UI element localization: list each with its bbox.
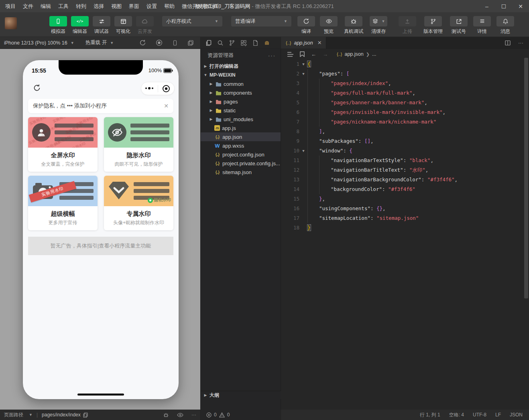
maximize-button[interactable]: ☐ [495, 0, 512, 13]
code-line[interactable]: 9 "subPackages": [], [281, 136, 523, 146]
minimize-button[interactable]: – [478, 0, 495, 13]
view-toggle-可视化[interactable]: 可视化 [114, 16, 132, 35]
extensions-icon[interactable] [240, 40, 247, 46]
close-icon[interactable]: ✕ [164, 103, 169, 109]
nav-back-icon[interactable]: ← [311, 51, 316, 57]
record-icon[interactable] [156, 39, 163, 46]
menu-item[interactable]: 设置 [143, 0, 161, 13]
exit-target-icon[interactable] [158, 85, 175, 93]
tree-file-app.js[interactable]: JSapp.js [201, 124, 281, 132]
device-icon[interactable] [172, 39, 178, 46]
view-toggle-调试器[interactable]: 调试器 [92, 16, 111, 35]
menu-item[interactable]: 编辑 [37, 0, 55, 13]
code-line[interactable]: 17 "sitemapLocation": "sitemap.json" [281, 213, 523, 223]
action-清缓存[interactable]: ▼ 清缓存 [369, 16, 388, 35]
action-消息[interactable]: 消息 [496, 16, 515, 35]
npm-build-icon[interactable] [264, 40, 270, 46]
view-toggle-云开发[interactable]: 云开发 [136, 16, 154, 35]
list-icon[interactable] [287, 52, 293, 57]
feature-card[interactable]: 实验用水印实验用水印实验用水印实验用水印实验用水印实验用水印实验用水印实验用水印… [28, 117, 98, 172]
eol[interactable]: LF [495, 412, 501, 418]
language-mode[interactable]: JSON [510, 412, 523, 418]
feature-card[interactable]: 隐形水印 肉眼不可见，隐形保护 [104, 117, 173, 172]
feature-card[interactable]: 实验用水印 超级横幅 更多用于宣传 [28, 176, 98, 230]
debug-icon[interactable] [163, 412, 169, 418]
tree-file-app.wxss[interactable]: Wapp.wxss [201, 141, 281, 150]
cursor-position[interactable]: 行 1, 列 1 [420, 412, 440, 418]
page-path-select[interactable]: 页面路径 [4, 412, 23, 418]
project-root-section[interactable]: ▼ MP-WEIXIN [201, 71, 281, 79]
editor-scrollbar[interactable] [524, 58, 528, 298]
encoding[interactable]: UTF-8 [473, 412, 486, 418]
code-line[interactable]: 2▼ "pages": [ [281, 69, 523, 79]
bookmark-icon[interactable] [300, 51, 305, 57]
files-icon[interactable] [205, 40, 212, 46]
code-line[interactable]: 15 }, [281, 194, 523, 204]
outline-section[interactable]: ▶ 大纲 [201, 391, 281, 399]
code-line[interactable]: 13 "navigationBarBackgroundColor": "#f3f… [281, 175, 523, 185]
open-editors-section[interactable]: ▶ 打开的编辑器 [201, 62, 281, 71]
statusbar-problems-section[interactable]: 0 0 [201, 410, 281, 420]
code-line[interactable]: 5 "pages/banner-mark/banner-mark", [281, 98, 523, 108]
hot-reload-toggle[interactable]: 热重载 开 [85, 39, 107, 46]
menu-item[interactable]: 转到 [72, 0, 90, 13]
copy-icon[interactable] [83, 412, 88, 418]
source-control-icon[interactable] [229, 40, 235, 46]
eye-icon[interactable] [177, 413, 183, 417]
menu-item[interactable]: 工具 [55, 0, 72, 13]
split-editor-icon[interactable] [505, 40, 511, 46]
close-tab-icon[interactable]: ✕ [317, 40, 322, 46]
breadcrumb-file[interactable]: {..} app.json ❯ ... [337, 51, 376, 57]
tree-folder-common[interactable]: ▶ common [201, 79, 281, 88]
action-测试号[interactable]: 测试号 [450, 16, 468, 35]
sim-refresh-icon[interactable] [139, 39, 146, 46]
more-icon[interactable]: ··· [268, 53, 276, 59]
action-编译[interactable]: 编译 [297, 16, 315, 35]
more-icon[interactable]: ··· [518, 40, 523, 46]
tree-folder-uni_modules[interactable]: ▶ uni_modules [201, 115, 281, 124]
code-line[interactable]: 10▼ "window": { [281, 146, 523, 156]
menu-item[interactable]: 选择 [90, 0, 108, 13]
tree-file-project.config.json[interactable]: {..}project.config.json [201, 150, 281, 159]
code-line[interactable]: 4 "pages/full-mark/full-mark", [281, 88, 523, 98]
code-line[interactable]: 11 "navigationBarTextStyle": "black", [281, 156, 523, 165]
feature-card[interactable]: 隐私水印 专属水印 头像+昵称就能制作水印 [104, 176, 173, 230]
code-line[interactable]: 14 "backgroundColor": "#f3f4f6" [281, 185, 523, 194]
menu-item[interactable]: 帮助 [161, 0, 178, 13]
tree-file-app.json[interactable]: {..}app.json [201, 132, 281, 141]
more-icon[interactable]: ··· [191, 412, 196, 418]
close-button[interactable]: ✕ [512, 0, 529, 13]
mode-select[interactable]: 小程序模式▼ [162, 16, 222, 26]
menu-item[interactable]: 文件 [19, 0, 37, 13]
code-line[interactable]: 8 ], [281, 127, 523, 136]
page-refresh-icon[interactable] [33, 83, 41, 92]
action-上传[interactable]: 上传 [398, 16, 417, 35]
tree-file-sitemap.json[interactable]: {..}sitemap.json [201, 168, 281, 177]
tree-file-project.private.config.js...[interactable]: {..}project.private.config.js... [201, 159, 281, 168]
menu-item[interactable]: 视图 [108, 0, 125, 13]
action-版本管理[interactable]: 版本管理 [421, 16, 445, 35]
tree-folder-components[interactable]: ▶ components [201, 88, 281, 97]
code-line[interactable]: 1▼ { [281, 59, 523, 69]
code-line[interactable]: 7 "pages/nickname-mark/nickname-mark" [281, 117, 523, 127]
code-line[interactable]: 18 } [281, 223, 523, 233]
tree-folder-static[interactable]: ▶ static [201, 106, 281, 115]
tab-app-json[interactable]: {..} app.json ✕ [281, 37, 326, 49]
compile-select[interactable]: 普通编译▼ [231, 16, 291, 26]
search-icon[interactable] [217, 40, 224, 46]
indentation[interactable]: 空格: 4 [449, 412, 464, 418]
file-preview-icon[interactable] [252, 40, 258, 46]
code-area[interactable]: 1▼ { 2▼ "pages": [ 3 "pages/index/index"… [281, 59, 523, 410]
action-预览[interactable]: 预览 [319, 16, 338, 35]
view-toggle-模拟器[interactable]: 模拟器 [49, 16, 67, 35]
device-select[interactable]: iPhone 12/13 (Pro) 100% 16 [4, 40, 67, 46]
code-line[interactable]: 16 "usingComponents": {}, [281, 204, 523, 213]
action-详情[interactable]: 详情 [473, 16, 491, 35]
menu-item[interactable]: 项目 [2, 0, 19, 13]
code-line[interactable]: 3 "pages/index/index", [281, 79, 523, 88]
view-toggle-编辑器[interactable]: </>编辑器 [71, 16, 89, 35]
avatar[interactable] [5, 17, 17, 29]
tree-folder-pages[interactable]: ▶ pages [201, 97, 281, 106]
windows-icon[interactable] [187, 39, 194, 46]
action-真机调试[interactable]: 真机调试 [342, 16, 365, 35]
